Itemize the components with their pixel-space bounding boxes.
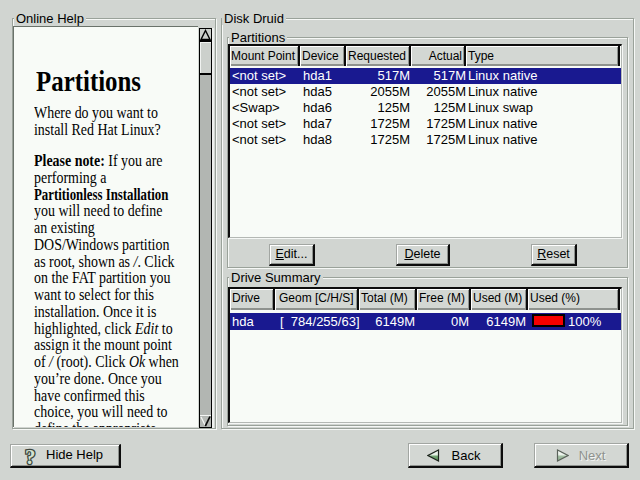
svg-text:?: ? bbox=[25, 446, 36, 468]
